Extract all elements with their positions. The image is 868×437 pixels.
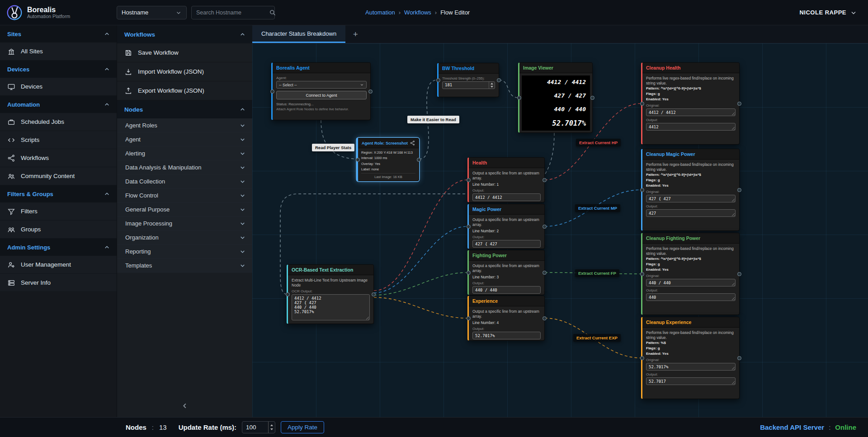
breadcrumb-workflows[interactable]: Workflows [404, 9, 431, 16]
edge-threshold-to-viewer [499, 80, 518, 98]
ocr-output-textarea[interactable]: 4412 / 4412 427 { 427 440 / 440 52.7017% [292, 294, 370, 320]
connect-to-agent-button[interactable]: Connect to Agent [276, 91, 367, 99]
viewer-line: 427 / 427 [526, 92, 586, 99]
sidebar-item-scheduled-jobs[interactable]: Scheduled Jobs [0, 113, 117, 131]
output-textarea[interactable]: 427 [646, 209, 736, 217]
node-experience[interactable]: Experience Output a specific line from a… [467, 296, 545, 341]
original-textarea[interactable]: 52.7017% [646, 363, 736, 371]
node-cleanup-fighting-power[interactable]: Cleanup Fighting Power Performs live reg… [641, 233, 740, 315]
output-field[interactable]: 4412 / 4412 [472, 193, 541, 201]
node-cleanup-experience[interactable]: Cleanup Experience Performs live regex-b… [641, 317, 740, 399]
node-image-viewer[interactable]: Image Viewer 4412 / 4412 427 / 427 440 /… [518, 62, 593, 133]
node-ocr-text-extraction[interactable]: OCR-Based Text Extraction Extract Multi-… [287, 264, 374, 324]
node-category-templates[interactable]: Templates [117, 258, 252, 273]
node-category-alerting[interactable]: Alerting [117, 146, 252, 160]
resize-grip-icon[interactable] [731, 296, 735, 300]
sidebar-section-devices[interactable]: Devices [0, 61, 117, 78]
node-borealis-agent[interactable]: Borealis Agent Agent: -- Select -- Conne… [271, 62, 371, 120]
add-tab-button[interactable]: + [345, 25, 365, 43]
sidebar-section-admin-settings[interactable]: Admin Settings [0, 239, 117, 256]
original-value: 4412 / 4412 [649, 110, 676, 115]
chevron-down-icon [239, 262, 246, 269]
node-cleanup-magic-power[interactable]: Cleanup Magic Power Performs live regex-… [641, 149, 740, 231]
resize-grip-icon[interactable] [731, 111, 735, 115]
sidebar-section-sites[interactable]: Sites [0, 25, 117, 42]
user-menu[interactable]: NICOLE RAPPE [799, 9, 868, 16]
sidebar-section-automation[interactable]: Automation [0, 96, 117, 113]
hostname-select[interactable]: Hostname [117, 6, 187, 19]
import-workflow-button[interactable]: Import Workflow (JSON) [117, 62, 252, 81]
output-textarea[interactable]: 4412 [646, 123, 736, 131]
original-textarea[interactable]: 4412 / 4412 [646, 108, 736, 116]
node-category-general-purpose[interactable]: General Purpose [117, 202, 252, 216]
apply-rate-button[interactable]: Apply Rate [281, 421, 324, 433]
sidebar-item-groups[interactable]: Groups [0, 221, 117, 239]
category-label: Agent Roles [125, 122, 157, 129]
node-fighting-power[interactable]: Fighting Power Output a specific line fr… [467, 250, 545, 295]
original-textarea[interactable]: 440 / 440 [646, 279, 736, 287]
save-workflow-button[interactable]: Save Workflow [117, 43, 252, 62]
building-icon [7, 47, 15, 56]
flow-canvas[interactable]: Read Player Stats Make it Easier to Read… [252, 43, 868, 417]
node-category-reporting[interactable]: Reporting [117, 244, 252, 258]
output-field[interactable]: 427 { 427 [472, 240, 541, 248]
output-field[interactable]: 440 / 440 [472, 286, 541, 294]
node-category-data-analysis[interactable]: Data Analysis & Manipulation [117, 160, 252, 174]
resize-grip-icon[interactable] [731, 366, 735, 370]
output-textarea[interactable]: 52.7017 [646, 377, 736, 385]
edge-label-extract-exp: Extract Current EXP [573, 334, 621, 342]
number-stepper[interactable] [268, 422, 275, 433]
output-textarea[interactable]: 440 [646, 293, 736, 301]
export-workflow-button[interactable]: Export Workflow (JSON) [117, 81, 252, 100]
node-description: Output a specific line from an upstream … [472, 309, 541, 319]
resize-grip-icon[interactable] [731, 126, 735, 130]
resize-grip-icon[interactable] [365, 315, 369, 320]
sidebar-item-devices[interactable]: Devices [0, 78, 117, 96]
edge-ocr-to-experience [374, 297, 467, 318]
output-field[interactable]: 52.7017% [472, 332, 541, 339]
node-description: Performs live regex-based find/replace o… [646, 162, 736, 172]
node-category-data-collection[interactable]: Data Collection [117, 174, 252, 188]
node-category-flow-control[interactable]: Flow Control [117, 188, 252, 202]
node-health[interactable]: Health Output a specific line from an up… [467, 157, 545, 202]
breadcrumb-automation[interactable]: Automation [365, 9, 395, 16]
number-stepper[interactable] [489, 82, 495, 89]
share-icon[interactable] [410, 141, 415, 146]
workflows-panel-header[interactable]: Workflows [117, 25, 252, 43]
sidebar-item-all-sites[interactable]: All Sites [0, 42, 117, 61]
search-input[interactable] [196, 9, 269, 16]
sidebar-item-server-info[interactable]: Server Info [0, 274, 117, 292]
sidebar-item-filters[interactable]: Filters [0, 202, 117, 221]
node-category-agent-roles[interactable]: Agent Roles [117, 118, 252, 132]
node-agent-role-screenshot[interactable]: Agent Role: Screenshot Region: X:200 Y:4… [357, 138, 419, 181]
node-cleanup-health[interactable]: Cleanup Health Performs live regex-based… [641, 62, 740, 145]
sidebar-item-scripts[interactable]: Scripts [0, 131, 117, 149]
sidebar-item-user-management[interactable]: User Management [0, 256, 117, 274]
search-icon[interactable] [269, 9, 276, 16]
agent-select[interactable]: -- Select -- [276, 81, 367, 89]
tab-character-status-breakdown[interactable]: Character Status Breakdown [252, 25, 345, 43]
resize-grip-icon[interactable] [731, 282, 735, 286]
collapse-panel-button[interactable] [176, 400, 193, 414]
resize-grip-icon[interactable] [731, 380, 735, 384]
node-category-agent[interactable]: Agent [117, 132, 252, 146]
node-category-organization[interactable]: Organization [117, 230, 252, 244]
threshold-input[interactable]: 181 [442, 81, 495, 89]
sidebar-item-community-content[interactable]: Community Content [0, 167, 117, 185]
node-bw-threshold[interactable]: BW Threshold Threshold Strength (0–255):… [437, 63, 499, 97]
node-title: Cleanup Magic Power [646, 151, 695, 157]
node-category-image-processing[interactable]: Image Processing [117, 216, 252, 230]
update-rate-input[interactable] [242, 421, 275, 433]
resize-grip-icon[interactable] [731, 212, 735, 216]
item-label: Community Content [21, 173, 75, 179]
node-magic-power[interactable]: Magic Power Output a specific line from … [467, 204, 545, 249]
update-rate-value[interactable] [242, 422, 268, 433]
resize-grip-icon[interactable] [731, 197, 735, 202]
output-label: Output: [472, 188, 541, 193]
sidebar-item-workflows[interactable]: Workflows [0, 149, 117, 167]
original-textarea[interactable]: 427 { 427 [646, 195, 736, 202]
nodes-panel-header[interactable]: Nodes [117, 100, 252, 118]
sidebar-section-filters-groups[interactable]: Filters & Groups [0, 185, 117, 202]
node-title: Cleanup Experience [646, 320, 691, 325]
output-value: 4412 [649, 125, 659, 129]
